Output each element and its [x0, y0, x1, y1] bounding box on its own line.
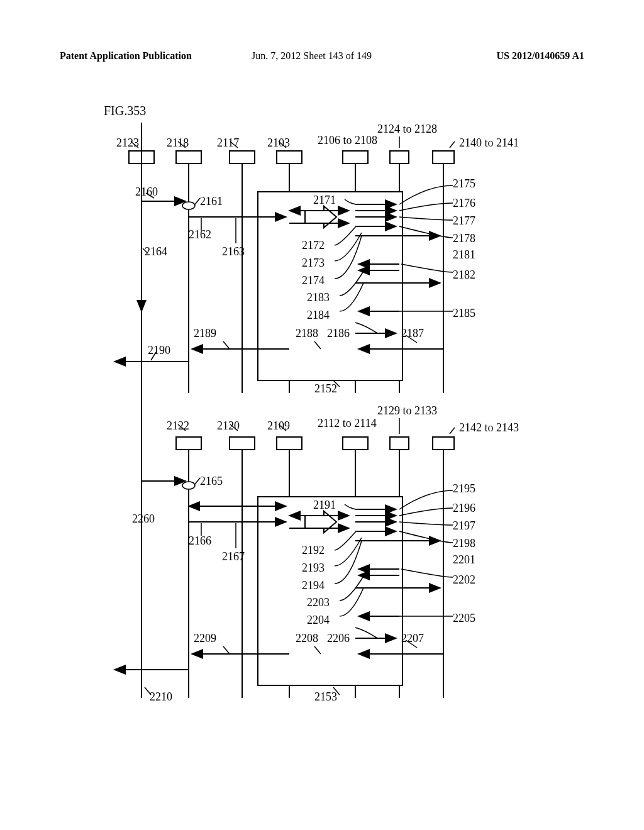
header-right: US 2012/0140659 A1: [496, 50, 584, 62]
figure-label: FIG.353: [104, 104, 146, 118]
label-2185: 2185: [453, 307, 475, 320]
diagram-svg: [101, 123, 553, 751]
label-2178: 2178: [453, 232, 475, 245]
label-2189: 2189: [194, 327, 216, 340]
svg-rect-62: [277, 437, 302, 450]
svg-line-94: [195, 478, 200, 484]
label-2171: 2171: [313, 194, 336, 207]
label-2203: 2203: [307, 596, 330, 609]
label-2183: 2183: [307, 291, 330, 304]
label-2204: 2204: [307, 614, 330, 627]
label-2210: 2210: [150, 690, 172, 704]
label-2153: 2153: [314, 690, 337, 704]
label-2188: 2188: [296, 327, 318, 340]
label-2122: 2122: [167, 419, 189, 433]
header-center: Jun. 7, 2012 Sheet 143 of 149: [252, 50, 372, 62]
svg-line-48: [223, 341, 230, 349]
label-2182: 2182: [453, 268, 475, 282]
label-2177: 2177: [453, 214, 475, 228]
svg-line-41: [450, 141, 455, 148]
label-2172: 2172: [302, 239, 325, 252]
label-2123: 2123: [116, 136, 139, 150]
label-2184: 2184: [307, 309, 330, 322]
label-2167: 2167: [222, 550, 245, 563]
label-2173: 2173: [302, 257, 325, 270]
label-2163: 2163: [222, 245, 245, 258]
svg-point-19: [182, 202, 195, 209]
label-2103: 2103: [267, 136, 290, 150]
label-2175: 2175: [453, 177, 475, 191]
svg-rect-13: [343, 151, 368, 163]
svg-rect-11: [230, 151, 255, 163]
label-2190: 2190: [148, 344, 170, 357]
label-2194: 2194: [302, 579, 325, 592]
label-2192: 2192: [302, 544, 325, 557]
label-2198: 2198: [453, 537, 475, 550]
label-2142-2143: 2142 to 2143: [459, 421, 519, 434]
label-2120: 2120: [217, 419, 240, 433]
svg-rect-61: [230, 437, 255, 450]
header-left: Patent Application Publication: [60, 50, 192, 62]
svg-rect-65: [433, 437, 454, 450]
svg-line-93: [450, 428, 455, 434]
label-2106-2108: 2106 to 2108: [318, 134, 377, 147]
label-2166: 2166: [189, 534, 211, 548]
label-2209: 2209: [194, 632, 216, 645]
label-2260: 2260: [132, 512, 155, 526]
label-2117: 2117: [217, 136, 239, 150]
label-2206: 2206: [327, 632, 350, 645]
label-2112-2114: 2112 to 2114: [318, 417, 377, 430]
label-2205: 2205: [453, 612, 475, 625]
label-2109: 2109: [267, 419, 290, 433]
label-2140-2141: 2140 to 2141: [459, 136, 519, 150]
label-2124-2128: 2124 to 2128: [377, 123, 437, 136]
label-2196: 2196: [453, 502, 475, 515]
svg-rect-63: [343, 437, 368, 450]
svg-rect-64: [390, 437, 409, 450]
label-2164: 2164: [145, 245, 167, 258]
svg-line-98: [223, 646, 230, 654]
label-2118: 2118: [167, 136, 189, 150]
label-2197: 2197: [453, 519, 475, 533]
svg-point-69: [182, 482, 195, 489]
label-2165: 2165: [200, 475, 223, 488]
label-2187: 2187: [401, 327, 424, 340]
svg-rect-60: [176, 437, 201, 450]
patent-diagram: 2123 2118 2117 2103 2106 to 2108 2124 to…: [101, 123, 553, 751]
label-2176: 2176: [453, 197, 475, 210]
label-2174: 2174: [302, 274, 325, 287]
label-2181: 2181: [453, 248, 475, 262]
label-2186: 2186: [327, 327, 350, 340]
label-2208: 2208: [296, 632, 318, 645]
svg-rect-14: [390, 151, 409, 163]
label-2193: 2193: [302, 562, 325, 575]
svg-rect-15: [433, 151, 454, 163]
label-2152: 2152: [314, 382, 337, 396]
label-2202: 2202: [453, 573, 475, 587]
label-2160: 2160: [135, 185, 158, 199]
label-2162: 2162: [189, 228, 211, 241]
label-2195: 2195: [453, 482, 475, 495]
svg-rect-12: [277, 151, 302, 163]
svg-rect-10: [176, 151, 201, 163]
label-2207: 2207: [401, 632, 424, 645]
label-2161: 2161: [200, 195, 223, 208]
svg-line-43: [195, 198, 200, 204]
label-2129-2133: 2129 to 2133: [377, 404, 437, 418]
label-2191: 2191: [313, 499, 336, 512]
label-2201: 2201: [453, 553, 475, 567]
